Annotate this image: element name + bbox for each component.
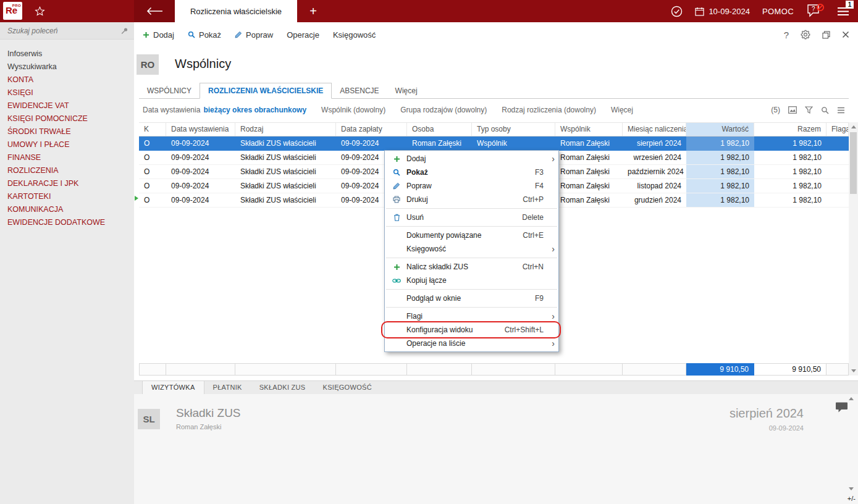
- cell-rodzaj: Składki ZUS właścicieli: [235, 193, 336, 207]
- command-search-input[interactable]: [0, 22, 111, 39]
- tab-wspólnicy[interactable]: WSPÓLNICY: [139, 83, 200, 98]
- detach-window-icon[interactable]: [822, 31, 830, 39]
- pokaż-button[interactable]: Pokaż: [188, 30, 221, 40]
- close-icon[interactable]: [842, 31, 849, 38]
- column-header-data-zapłaty[interactable]: Data zapłaty: [336, 123, 407, 136]
- menu-item-usuń[interactable]: UsuńDelete: [385, 211, 558, 224]
- sidebar-item-ewidencje-dodatkowe[interactable]: EWIDENCJE DODATKOWE: [0, 216, 134, 229]
- cell-wartość: 1 982,10: [686, 179, 754, 193]
- app-logo[interactable]: Re PRO: [3, 2, 22, 20]
- cell-wspólnik: Roman Załęski: [555, 193, 623, 207]
- detail-tab-składki-zus[interactable]: SKŁADKI ZUS: [251, 381, 314, 394]
- cell-wspólnik: Roman Załęski: [555, 151, 623, 164]
- menu-item-operacje-na-liście[interactable]: Operacje na liście›: [385, 337, 558, 350]
- date-button[interactable]: 10-09-2024: [695, 7, 750, 16]
- table-scrollbar[interactable]: [849, 122, 858, 376]
- menu-item-drukuj[interactable]: DrukujCtrl+P: [385, 193, 558, 206]
- cell-rodzaj: Składki ZUS właścicieli: [235, 179, 336, 193]
- detail-tab-wizytówka[interactable]: WIZYTÓWKA: [142, 381, 204, 394]
- menu-item-dodaj[interactable]: Dodaj›: [385, 152, 558, 166]
- column-header-typ-osoby[interactable]: Typ osoby: [472, 123, 555, 136]
- menu-item-kopiuj-łącze[interactable]: Kopiuj łącze: [385, 274, 558, 287]
- sidebar-item-konta[interactable]: KONTA: [0, 74, 134, 86]
- detail-scroll-down-icon[interactable]: [849, 487, 854, 490]
- sidebar-item-finanse[interactable]: FINANSE: [0, 151, 134, 164]
- summary-cell-miesiąc-naliczenia: [623, 363, 686, 376]
- scroll-down-icon[interactable]: [851, 369, 856, 372]
- gear-icon[interactable]: [801, 30, 810, 40]
- sidebar-item-rozliczenia[interactable]: ROZLICZENIA: [0, 164, 134, 177]
- tab-więcej[interactable]: Więcej: [387, 83, 426, 98]
- filter-wspólnik-dowolny[interactable]: Wspólnik (dowolny): [321, 106, 385, 114]
- column-header-osoba[interactable]: Osoba: [407, 123, 472, 136]
- menu-separator: [386, 208, 557, 209]
- sidebar-item-deklaracje-i-jpk[interactable]: DEKLARACJE I JPK: [0, 177, 134, 190]
- menu-item-konfiguracja-widoku[interactable]: Konfiguracja widokuCtrl+Shift+L: [385, 323, 558, 337]
- topbar-active-tab[interactable]: Rozliczenia właścicielskie: [175, 0, 297, 22]
- comment-bubble-icon[interactable]: [835, 401, 848, 413]
- column-header-miesiąc-naliczenia[interactable]: Miesiąc naliczenia: [623, 123, 686, 136]
- scroll-up-icon[interactable]: [851, 125, 856, 128]
- pin-icon[interactable]: [121, 27, 128, 35]
- column-header-k[interactable]: K: [139, 123, 166, 136]
- filter-rodzaj-rozliczenia-dowolny[interactable]: Rodzaj rozliczenia (dowolny): [502, 106, 596, 114]
- help-menu-button[interactable]: POMOC: [762, 7, 794, 16]
- chart-view-icon[interactable]: [788, 106, 797, 114]
- filter-funnel-icon[interactable]: [805, 106, 813, 114]
- filter-więcej[interactable]: Więcej: [611, 106, 633, 114]
- detail-tab-księgowość[interactable]: KSIĘGOWOŚĆ: [314, 381, 381, 394]
- sidebar-item-środki-trwałe[interactable]: ŚRODKI TRWAŁE: [0, 125, 134, 138]
- filter-grupa-rodzajów-dowolny[interactable]: Grupa rodzajów (dowolny): [400, 106, 487, 114]
- hamburger-menu-button[interactable]: 1: [837, 7, 849, 16]
- menu-item-podgląd-w-oknie[interactable]: Podgląd w oknieF9: [385, 292, 558, 305]
- column-header-wspólnik[interactable]: Wspólnik: [555, 123, 623, 136]
- sidebar-item-kartoteki[interactable]: KARTOTEKI: [0, 190, 134, 203]
- back-button[interactable]: [134, 0, 175, 22]
- menu-item-nalicz-składki-zus[interactable]: Nalicz składki ZUSCtrl+N: [385, 260, 558, 274]
- column-header-wartość[interactable]: Wartość: [686, 123, 754, 136]
- list-options-icon[interactable]: [837, 107, 845, 114]
- sidebar-item-umowy-i-płace[interactable]: UMOWY I PŁACE: [0, 138, 134, 151]
- dodaj-button[interactable]: Dodaj: [143, 30, 174, 40]
- tab-absencje[interactable]: ABSENCJE: [332, 83, 387, 98]
- assistant-blocked-icon[interactable]: ?: [806, 3, 825, 19]
- detail-scroll-up-icon[interactable]: [849, 397, 854, 400]
- operacje-button[interactable]: Operacje: [287, 30, 319, 40]
- favorites-star-icon[interactable]: [35, 6, 45, 16]
- table-row[interactable]: O09-09-2024Składki ZUS właścicieli09-09-…: [139, 136, 849, 151]
- sidebar-item-księgi-pomocnicze[interactable]: KSIĘGI POMOCNICZE: [0, 112, 134, 125]
- cell-wartość: 1 982,10: [686, 193, 754, 207]
- zoom-control[interactable]: +/-: [847, 495, 856, 502]
- detail-badge: SL: [138, 409, 160, 429]
- sidebar-item-komunikacja[interactable]: KOMUNIKACJA: [0, 203, 134, 216]
- menu-item-flagi[interactable]: Flagi›: [385, 309, 558, 323]
- sidebar-item-infoserwis[interactable]: Infoserwis: [0, 48, 134, 61]
- help-icon[interactable]: ?: [784, 30, 789, 40]
- cell-data-zapłaty: 09-09-2024: [336, 136, 407, 151]
- column-header-flaga[interactable]: Flaga: [826, 123, 849, 136]
- notification-badge: 1: [846, 1, 854, 9]
- sync-status-icon[interactable]: [671, 6, 683, 17]
- menu-item-popraw[interactable]: PoprawF4: [385, 179, 558, 193]
- column-header-rodzaj[interactable]: Rodzaj: [235, 123, 336, 136]
- menu-item-pokaż[interactable]: PokażF3: [385, 166, 558, 179]
- detail-period: sierpień 2024: [730, 406, 804, 421]
- new-tab-button[interactable]: +: [304, 0, 322, 22]
- sidebar-item-wyszukiwarka[interactable]: Wyszukiwarka: [0, 61, 134, 74]
- detail-tab-płatnik[interactable]: PŁATNIK: [204, 381, 251, 394]
- filter-label: Wspólnik (dowolny): [321, 106, 385, 114]
- column-header-razem[interactable]: Razem: [754, 123, 826, 136]
- księgowość-button[interactable]: Księgowość: [333, 30, 376, 40]
- tab-rozliczenia-właścicielskie[interactable]: ROZLICZENIA WŁAŚCICIELSKIE: [200, 83, 332, 99]
- cell-miesiąc-naliczenia: grudzień 2024: [623, 193, 686, 207]
- popraw-button[interactable]: Popraw: [235, 30, 273, 40]
- search-list-icon[interactable]: [821, 106, 829, 114]
- filter-data-wystawienia[interactable]: Data wystawieniabieżący okres obrachunko…: [143, 106, 306, 114]
- sidebar-item-księgi[interactable]: KSIĘGI: [0, 86, 134, 99]
- column-header-data-wystawienia[interactable]: Data wystawienia: [166, 123, 235, 136]
- menu-item-dokumenty-powiązane[interactable]: Dokumenty powiązaneCtrl+E: [385, 229, 558, 242]
- scrollbar-thumb[interactable]: [850, 132, 857, 194]
- sidebar-item-ewidencje-vat[interactable]: EWIDENCJE VAT: [0, 99, 134, 112]
- menu-item-księgowość[interactable]: Księgowość›: [385, 242, 558, 256]
- toolbar-button-label: Operacje: [287, 30, 319, 40]
